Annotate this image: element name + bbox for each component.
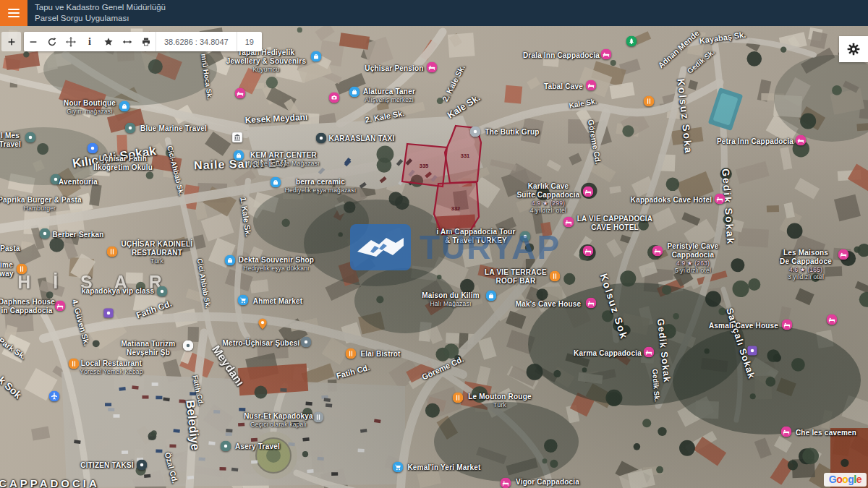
park-marker-icon[interactable]: [626, 36, 637, 47]
che-les-cavemen-label[interactable]: Che les cavemen: [796, 429, 856, 437]
nusr-et-kapadokya-icon[interactable]: [313, 412, 324, 423]
kemalin-yeri-market-label[interactable]: Kemal'in Yeri Market: [407, 463, 480, 472]
the-butik-grup-label[interactable]: The Butik Grup: [485, 128, 539, 137]
tapan-hediyelik-label[interactable]: Tapan HediyelikJewellery & SouvenirsKuyu…: [226, 48, 306, 73]
ahmet-market-label[interactable]: Ahmet Market: [253, 297, 303, 306]
ime-way-icon[interactable]: [17, 264, 27, 275]
vigor-cappadocia-label[interactable]: Vigor Cappadocia: [516, 478, 579, 487]
nusr-et-kapadokya-label[interactable]: Nusr-Et KapadokyaGeçici olarak kapalı: [244, 412, 313, 428]
peristyle-cave-cappadocia-icon[interactable]: [652, 246, 663, 257]
iam-cappadocia-tour-label[interactable]: i Am Cappadocia Tour& Travel TURKEY: [436, 228, 515, 245]
karlik-cave-suite-icon[interactable]: [583, 187, 594, 197]
drala-inn-cappadocia-icon[interactable]: [601, 49, 612, 60]
kem-art-center-icon[interactable]: [234, 150, 244, 161]
satellite-map[interactable]: 335331332 2. Kale Sk.2. Kale Sk.Kale Sk.…: [0, 26, 868, 488]
maison-du-kilim-icon[interactable]: [486, 291, 497, 301]
alaturca-taner-icon[interactable]: [349, 87, 360, 98]
maks-cave-house-icon[interactable]: [586, 298, 597, 309]
kem-art-center-label[interactable]: KEM ART CENTERHediyelik Eşya Mağazası: [247, 151, 320, 167]
uchisar-fatih-okulu-icon[interactable]: [88, 143, 98, 154]
asmali-cave-house-label[interactable]: Asmalı Cave House: [709, 322, 778, 330]
the-butik-grup-icon[interactable]: [470, 127, 481, 137]
ahmet-market-icon[interactable]: [238, 295, 249, 306]
mes-travel-label[interactable]: l MesTravel: [0, 132, 21, 149]
uchisar-pension-label[interactable]: Uçhisar Pension: [365, 64, 423, 73]
la-vie-terrace-roof-bar-icon[interactable]: [550, 271, 561, 282]
karaaslan-taxi-icon[interactable]: [316, 133, 327, 144]
historic-marker-1040-icon[interactable]: [747, 346, 758, 356]
measure-button[interactable]: [118, 32, 137, 51]
zoom-in-button[interactable]: [1, 32, 21, 51]
blue-marine-travel-icon[interactable]: [125, 123, 136, 134]
favorites-button[interactable]: [99, 32, 118, 51]
lodging-marker-150-icon[interactable]: [103, 308, 114, 319]
kapadokya-vip-class-label[interactable]: kapadokya vip class: [82, 287, 155, 296]
kappadoks-cave-hotel-icon[interactable]: [715, 194, 726, 205]
tabal-cave-icon[interactable]: [586, 80, 597, 91]
berra-ceramic-icon[interactable]: [271, 177, 281, 188]
kapadokya-vip-class-icon[interactable]: [157, 286, 168, 297]
dekta-souvenir-shop-label[interactable]: Dekta Souvenir ShopHediyelik eşya dükkan…: [239, 256, 314, 272]
hamburger-menu-button[interactable]: [0, 0, 27, 26]
blue-marine-travel-label[interactable]: Blue Marine Travel: [140, 124, 207, 133]
uchisar-pension-icon[interactable]: [427, 62, 438, 73]
paprika-burger-pasta-label[interactable]: Paprika Burger & PastaHamburger: [0, 196, 82, 212]
aventouria-label[interactable]: Aventouria: [59, 178, 98, 187]
uchisar-fatih-okulu-label[interactable]: Uçhisar Fatihİlköğretim Okulu: [93, 155, 153, 172]
matiana-turizm-label[interactable]: Matiana TurizmNevşehir Şb: [122, 340, 176, 357]
asmali-cave-house-icon[interactable]: [782, 320, 793, 330]
print-button[interactable]: [137, 32, 156, 51]
karma-cappadocia-label[interactable]: Karma Cappadocia: [574, 349, 642, 358]
maks-cave-house-label[interactable]: Mak's Cave House: [516, 300, 582, 309]
le-mouton-rouge-icon[interactable]: [453, 393, 464, 403]
karaaslan-taxi-label[interactable]: KARAASLAN TAXI: [329, 134, 395, 143]
restaurant-marker-897-icon[interactable]: [644, 96, 655, 107]
asery-travel-label[interactable]: Asery Travel: [235, 442, 280, 451]
nour-boutique-label[interactable]: Nour BoutiqueGiyim mağazası: [64, 99, 116, 115]
la-vie-terrace-roof-bar-label[interactable]: LA VIE TERRACEROOF BAR: [485, 268, 547, 286]
info-button[interactable]: i: [80, 32, 99, 51]
attraction-camera-marker-icon[interactable]: [329, 93, 340, 103]
zoom-out-button[interactable]: [24, 32, 43, 51]
ime-way-label[interactable]: imeway: [0, 261, 14, 278]
petra-inn-cappadocia-icon[interactable]: [796, 135, 807, 146]
refresh-button[interactable]: [43, 32, 61, 51]
petra-inn-cappadocia-label[interactable]: Petra Inn Cappadocia: [717, 137, 793, 146]
citizen-taksi-label[interactable]: CITIZEN TAKSİ: [80, 461, 134, 470]
kemalin-yeri-market-icon[interactable]: [393, 462, 404, 473]
hotel-marker-1150-icon[interactable]: [827, 314, 838, 325]
la-vie-cappadocia-cave-hotel-label[interactable]: LA VIE CAPPADOCIACAVE HOTEL: [577, 215, 653, 232]
elai-bistrot-icon[interactable]: [346, 348, 357, 359]
alaturca-taner-label[interactable]: Alaturca TanerAlışveriş merkezi: [363, 87, 415, 103]
maison-du-kilim-label[interactable]: Maison du KilimHalı Mağazası: [422, 291, 480, 307]
hotel-marker-813-icon[interactable]: [583, 246, 594, 257]
iam-cappadocia-tour-icon[interactable]: [520, 231, 531, 242]
settings-button[interactable]: [839, 36, 868, 62]
travel-agency-marker-icon[interactable]: [49, 391, 60, 402]
local-restaurant-label[interactable]: Local RestaurantYöresel Yemek Kebap: [80, 359, 142, 375]
uchisar-kadineli-restaurant-icon[interactable]: [107, 247, 118, 257]
tabal-cave-label[interactable]: Tabal Cave: [544, 82, 583, 91]
nour-boutique-icon[interactable]: [119, 101, 130, 112]
drala-inn-cappadocia-label[interactable]: Drala Inn Cappadocia: [523, 51, 600, 60]
che-les-cavemen-icon[interactable]: [781, 427, 792, 437]
tapan-hediyelik-icon[interactable]: [311, 51, 322, 62]
pasta-partial-label[interactable]: Pasta: [0, 244, 20, 253]
le-mouton-rouge-label[interactable]: Le Mouton RougeTürk: [468, 393, 531, 408]
les-maisons-de-cappadoce-label[interactable]: Les MaisonsDe Cappadoce4.6 ★ (165)3 yıld…: [780, 249, 832, 281]
vigor-cappadocia-icon[interactable]: [501, 478, 511, 488]
dekta-souvenir-shop-icon[interactable]: [225, 255, 236, 266]
les-maisons-de-cappadoce-icon[interactable]: [838, 249, 849, 260]
peristyle-cave-cappadocia-label[interactable]: Peristyle CaveCappadocia4.9 ★ (263)5 yıl…: [667, 242, 718, 274]
uchisar-kadineli-restaurant-label[interactable]: UÇHİSAR KADINELİRESTAURANTTürk: [122, 240, 193, 265]
matiana-turizm-icon[interactable]: [183, 341, 194, 351]
metro-uchisar-subesi-label[interactable]: Metro-Üçhisar Şubesi: [223, 339, 300, 348]
la-vie-cappadocia-cave-hotel-icon[interactable]: [563, 217, 574, 228]
pan-button[interactable]: [61, 32, 80, 51]
berber-serkan-icon[interactable]: [40, 228, 51, 239]
restaurant-pin-marker-icon[interactable]: [257, 317, 268, 331]
berber-serkan-label[interactable]: Berber Serkan: [53, 231, 104, 239]
museum-icon[interactable]: [232, 132, 243, 143]
berra-ceramic-label[interactable]: berra ceramicHediyelik eşya mağazası: [285, 178, 357, 194]
daphnes-house-icon[interactable]: [55, 301, 66, 312]
